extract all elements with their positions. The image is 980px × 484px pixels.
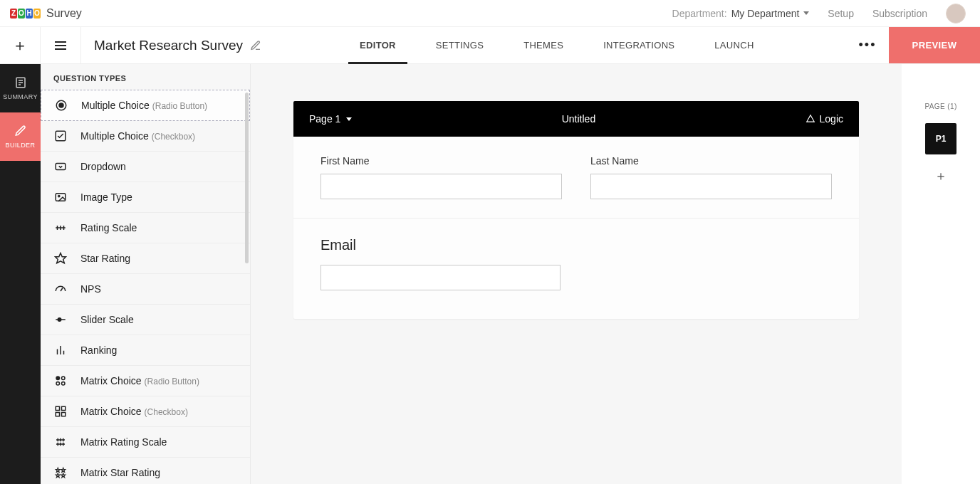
svg-point-23 <box>56 382 60 386</box>
tab-integrations[interactable]: INTEGRATIONS <box>603 27 674 63</box>
svg-marker-14 <box>56 253 66 263</box>
qtype-label: Matrix Rating Scale <box>80 436 167 448</box>
tab-editor[interactable]: EDITOR <box>360 27 396 63</box>
star-icon <box>53 251 68 265</box>
page-selector[interactable]: Page 1 <box>309 113 352 125</box>
svg-marker-40 <box>61 473 66 478</box>
brand-logo[interactable]: ZOHO Survey <box>10 7 82 20</box>
pages-rail: PAGE (1) P1 ＋ <box>902 64 980 484</box>
qtype-matrix-rating[interactable]: Matrix Rating Scale <box>41 427 250 458</box>
matrix-star-icon <box>53 465 68 480</box>
setup-link[interactable]: Setup <box>828 8 854 19</box>
svg-rect-27 <box>56 413 59 416</box>
chevron-down-icon <box>346 117 352 121</box>
top-header: ZOHO Survey Department: My Department Se… <box>0 0 980 27</box>
qtype-matrix-star[interactable]: Matrix Star Rating <box>41 458 250 484</box>
scrollbar[interactable] <box>245 93 249 263</box>
svg-marker-38 <box>61 468 66 472</box>
logic-icon <box>806 114 815 124</box>
plus-icon: ＋ <box>934 169 947 183</box>
toolbar: ＋ Market Research Survey EDITOR SETTINGS… <box>0 27 980 64</box>
qtype-slider-scale[interactable]: Slider Scale <box>41 305 250 335</box>
last-name-label: Last Name <box>590 155 832 167</box>
qtype-matrix-checkbox[interactable]: Matrix Choice(Checkbox) <box>41 396 250 427</box>
preview-button[interactable]: PREVIEW <box>889 27 980 63</box>
ranking-icon <box>53 343 68 357</box>
qtype-sublabel: (Radio Button) <box>145 377 199 386</box>
svg-point-21 <box>56 377 60 380</box>
qtype-matrix-radio[interactable]: Matrix Choice(Radio Button) <box>41 366 250 396</box>
rating-scale-icon <box>53 221 68 235</box>
list-icon <box>55 39 66 52</box>
subscription-link[interactable]: Subscription <box>872 8 927 19</box>
slider-icon <box>53 312 68 327</box>
rail-summary[interactable]: SUMMARY <box>0 64 41 112</box>
qtype-nps[interactable]: NPS <box>41 274 250 305</box>
top-header-right: Department: My Department Setup Subscrip… <box>672 4 966 23</box>
qtype-label: Rating Scale <box>80 222 137 233</box>
add-button[interactable]: ＋ <box>0 27 41 63</box>
email-input[interactable] <box>320 265 561 290</box>
logic-button[interactable]: Logic <box>806 113 843 125</box>
qtype-ranking[interactable]: Ranking <box>41 335 250 366</box>
qtype-rating-scale[interactable]: Rating Scale <box>41 213 250 243</box>
checkbox-icon <box>53 129 68 143</box>
qtype-sublabel: (Checkbox) <box>152 132 195 142</box>
tab-launch[interactable]: LAUNCH <box>714 27 754 63</box>
question-name[interactable]: First Name Last Name <box>293 137 859 219</box>
question-email[interactable]: Email <box>293 219 859 319</box>
first-name-input[interactable] <box>320 174 562 199</box>
qtype-dropdown[interactable]: Dropdown <box>41 152 250 182</box>
qtype-label: Dropdown <box>80 161 126 172</box>
page-label: Page 1 <box>309 113 340 125</box>
page-block: Page 1 Untitled Logic First Name <box>293 101 859 319</box>
qtype-label: Multiple Choice <box>81 100 150 111</box>
qtype-label: Star Rating <box>80 253 130 264</box>
rail-builder[interactable]: BUILDER <box>0 112 41 161</box>
more-button[interactable]: ••• <box>846 27 889 63</box>
svg-marker-37 <box>56 468 60 472</box>
svg-rect-7 <box>56 164 66 170</box>
department-label: Department: <box>672 8 727 19</box>
add-page-button[interactable]: ＋ <box>934 167 947 184</box>
qtype-label: Matrix Star Rating <box>80 467 160 478</box>
avatar[interactable] <box>946 4 966 23</box>
canvas: Page 1 Untitled Logic First Name <box>251 64 902 484</box>
qtype-sublabel: (Radio Button) <box>152 101 207 111</box>
tab-settings[interactable]: SETTINGS <box>436 27 484 63</box>
svg-point-24 <box>62 382 66 386</box>
qtype-label: Image Type <box>80 191 132 203</box>
left-rail: SUMMARY BUILDER <box>0 64 41 484</box>
edit-title-icon[interactable] <box>250 40 261 51</box>
pencil-icon <box>14 125 27 137</box>
page-title[interactable]: Untitled <box>562 113 595 125</box>
summary-icon <box>14 76 27 89</box>
tabs: EDITOR SETTINGS THEMES INTEGRATIONS LAUN… <box>274 27 846 63</box>
qtype-multiple-choice-checkbox[interactable]: Multiple Choice(Checkbox) <box>41 121 250 152</box>
matrix-rating-icon <box>53 435 68 449</box>
page-thumb-1[interactable]: P1 <box>925 123 956 154</box>
qtype-image[interactable]: Image Type <box>41 182 250 213</box>
svg-marker-39 <box>56 473 60 478</box>
survey-title[interactable]: Market Research Survey <box>94 38 243 53</box>
svg-point-22 <box>62 377 66 380</box>
question-types-list[interactable]: Multiple Choice(Radio Button) Multiple C… <box>41 90 250 484</box>
matrix-radio-icon <box>53 374 68 388</box>
svg-rect-26 <box>62 406 66 410</box>
rail-summary-label: SUMMARY <box>3 93 38 100</box>
department-value: My Department <box>731 8 800 19</box>
pages-label: PAGE (1) <box>924 102 956 110</box>
logic-label: Logic <box>820 113 843 125</box>
brand-text: Survey <box>46 7 82 20</box>
tab-themes[interactable]: THEMES <box>523 27 563 63</box>
last-name-input[interactable] <box>590 174 832 199</box>
question-types-panel: QUESTION TYPES Multiple Choice(Radio But… <box>41 64 251 484</box>
qtype-label: NPS <box>80 283 101 295</box>
dropdown-icon <box>53 159 68 174</box>
image-icon <box>53 190 68 204</box>
svg-point-17 <box>58 318 61 322</box>
list-button[interactable] <box>41 27 81 63</box>
department-selector[interactable]: Department: My Department <box>672 8 810 19</box>
qtype-multiple-choice-radio[interactable]: Multiple Choice(Radio Button) <box>41 90 250 121</box>
qtype-star-rating[interactable]: Star Rating <box>41 243 250 274</box>
